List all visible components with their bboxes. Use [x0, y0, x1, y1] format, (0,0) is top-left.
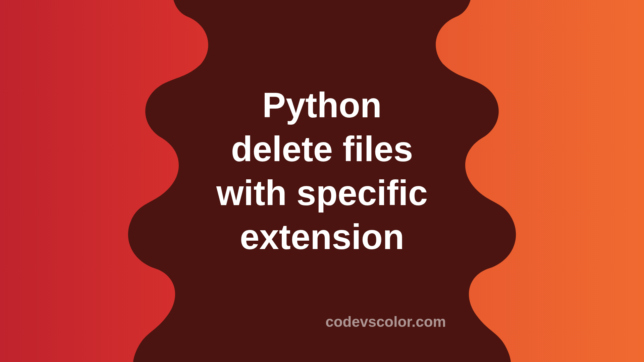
content-overlay: Python delete files with specific extens… — [0, 0, 644, 362]
watermark-text: codevscolor.com — [325, 313, 446, 330]
banner-canvas: Python delete files with specific extens… — [0, 0, 644, 362]
banner-title: Python delete files with specific extens… — [216, 83, 428, 259]
